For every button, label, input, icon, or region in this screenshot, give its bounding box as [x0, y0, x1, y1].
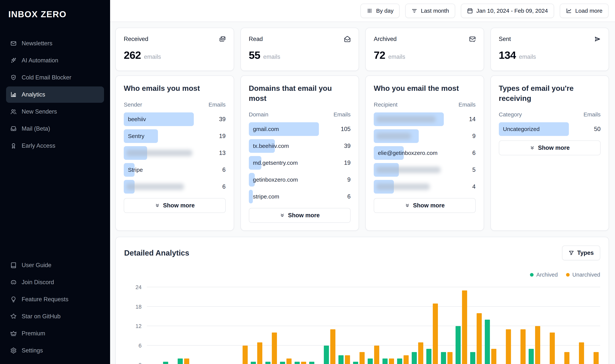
day-slot	[571, 287, 586, 364]
show-more-button[interactable]: Show more	[124, 198, 226, 213]
row-value: 4	[460, 183, 476, 190]
lists-row: Who emails you mostSenderEmailsbeehiiv 3…	[115, 76, 609, 231]
sidebar-item-new-senders[interactable]: New Senders	[6, 104, 104, 120]
show-more-label: Show more	[288, 212, 320, 219]
row-value: 6	[210, 167, 226, 173]
sidebar-item-star-on-github[interactable]: Star on GitHub	[6, 308, 104, 325]
row-bar-track: md.getsentry.com	[249, 156, 331, 170]
stat-label: Read	[249, 36, 263, 42]
sidebar-item-label: Early Access	[22, 142, 55, 149]
redacted-text-blur	[376, 167, 440, 173]
show-more-button[interactable]: Show more	[374, 198, 476, 213]
bar-unarchived	[404, 355, 409, 364]
list-rows: Uncategorized50	[499, 122, 601, 136]
ribbon-icon	[10, 143, 17, 149]
row-bar-track: Sentry	[124, 129, 206, 143]
row-value: 9	[460, 133, 476, 140]
list-rows: 149elie@getinboxzero.com654	[374, 112, 476, 194]
show-more-button[interactable]: Show more	[249, 208, 351, 223]
card-domains-that-email-you-most: Domains that email you mostDomainEmailsg…	[241, 76, 359, 231]
column-headers: SenderEmails	[124, 102, 226, 108]
chevrons-down-icon	[280, 213, 285, 218]
button-label: Load more	[575, 8, 602, 14]
day-slot	[308, 287, 322, 364]
legend-item-unarchived[interactable]: Unarchived	[566, 271, 600, 278]
stat-card-value-row: 134emails	[499, 49, 601, 61]
stat-unit: emails	[144, 53, 161, 60]
list-rows: gmail.com105tx.beehiiv.com39md.getsentry…	[249, 122, 351, 203]
star-icon	[10, 313, 17, 320]
sidebar-item-premium[interactable]: Premium	[6, 325, 104, 342]
bar-unarchived	[579, 342, 584, 364]
sidebar-item-feature-requests[interactable]: Feature Requests	[6, 291, 104, 308]
sidebar-item-label: New Senders	[22, 108, 57, 115]
stat-value: 72	[374, 49, 385, 61]
bar-archived	[265, 362, 271, 364]
row-value: 13	[210, 150, 226, 156]
book-icon	[10, 262, 17, 268]
bar-unarchived	[243, 346, 248, 364]
jan-10-2024-feb-09-2024-button[interactable]: Jan 10, 2024 - Feb 09, 2024	[461, 4, 554, 18]
stat-value: 55	[249, 49, 260, 61]
types-filter-button[interactable]: Types	[562, 246, 600, 260]
list-row: 5	[374, 163, 476, 177]
card-title: Types of email you're receiving	[499, 83, 601, 103]
stat-card-received: Received262emails	[115, 28, 234, 71]
bar-chart-icon	[10, 91, 17, 98]
sidebar-item-newsletters[interactable]: Newsletters	[6, 35, 104, 52]
list-row: elie@getinboxzero.com6	[374, 146, 476, 160]
list-row: 4	[374, 180, 476, 194]
day-slot	[381, 287, 396, 364]
sidebar: INBOX ZERO NewslettersAI AutomationCold …	[0, 0, 110, 364]
row-value: 39	[210, 116, 226, 123]
row-label: gmail.com	[253, 122, 279, 136]
sidebar-item-label: Premium	[22, 330, 45, 337]
lightbulb-icon	[10, 296, 17, 303]
sidebar-item-mail-beta[interactable]: Mail (Beta)	[6, 121, 104, 137]
row-label: beehiiv	[128, 112, 146, 126]
sidebar-item-user-guide[interactable]: User Guide	[6, 257, 104, 273]
bar-unarchived	[359, 352, 365, 364]
bar-archived	[309, 362, 314, 364]
show-more-label: Show more	[538, 144, 570, 151]
sidebar-item-cold-email-blocker[interactable]: Cold Email Blocker	[6, 69, 104, 86]
bar-archived	[456, 326, 461, 364]
redacted-text-blur	[126, 150, 192, 156]
day-slot	[469, 287, 483, 364]
sidebar-nav: NewslettersAI AutomationCold Email Block…	[6, 35, 104, 154]
day-slot	[527, 287, 542, 364]
show-more-button[interactable]: Show more	[499, 141, 601, 155]
column-header-value: Emails	[458, 102, 476, 108]
column-header-value: Emails	[208, 102, 225, 108]
last-month-button[interactable]: Last month	[405, 4, 455, 18]
column-header-key: Recipient	[374, 102, 397, 108]
mails-icon	[219, 36, 226, 42]
types-filter-label: Types	[577, 249, 594, 256]
column-headers: CategoryEmails	[499, 111, 601, 118]
bar-archived	[251, 362, 256, 364]
show-more-label: Show more	[163, 202, 195, 209]
row-bar-track	[374, 112, 456, 126]
sidebar-item-early-access[interactable]: Early Access	[6, 138, 104, 154]
load-more-button[interactable]: Load more	[560, 4, 609, 18]
stat-label: Sent	[499, 36, 511, 42]
bar-unarchived	[272, 333, 277, 364]
sidebar-item-ai-automation[interactable]: AI Automation	[6, 52, 104, 69]
users-icon	[10, 108, 17, 115]
sidebar-item-analytics[interactable]: Analytics	[6, 86, 104, 103]
list-row: Sentry 19	[124, 129, 226, 143]
chevrons-down-icon	[405, 203, 410, 208]
sidebar-item-label: User Guide	[22, 262, 52, 269]
by-day-button[interactable]: By day	[360, 4, 399, 18]
stat-unit: emails	[519, 53, 536, 60]
bar-chart: 06121824	[124, 287, 600, 364]
row-value: 14	[460, 116, 476, 123]
stat-card-archived: Archived72emails	[365, 28, 484, 71]
sidebar-item-settings[interactable]: Settings	[6, 342, 104, 359]
card-types-of-email-you-re-receiving: Types of email you're receivingCategoryE…	[491, 76, 609, 231]
bar-archived	[280, 362, 285, 364]
card-title: Who you email the most	[374, 83, 476, 93]
list-row: beehiiv 39	[124, 112, 226, 126]
sidebar-item-join-discord[interactable]: Join Discord	[6, 274, 104, 290]
legend-item-archived[interactable]: Archived	[530, 271, 558, 278]
